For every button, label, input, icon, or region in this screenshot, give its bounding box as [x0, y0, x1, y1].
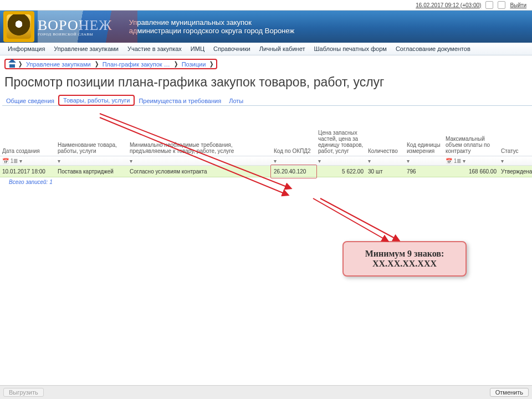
cell-uom: 796: [405, 166, 443, 177]
crumb-2[interactable]: План-график закупок …: [100, 61, 173, 68]
menu-account[interactable]: Личный кабинет: [255, 43, 310, 55]
menu-templates[interactable]: Шаблоны печатных форм: [309, 43, 391, 55]
cell-name: Поставка картриджей: [55, 166, 127, 177]
org-title-line2: администрации городского округа город Во…: [129, 27, 294, 35]
doc-icon[interactable]: [498, 1, 505, 9]
menu-approval[interactable]: Согласование документов: [391, 43, 475, 55]
system-bar: 16.02.2017 09:12 (+03:00) Выйти: [0, 0, 532, 11]
chevron-right-icon: ❭: [209, 60, 215, 68]
cell-qty: 30 шт: [366, 166, 405, 177]
svg-line-3: [320, 198, 399, 241]
filter-date[interactable]: 📅 1≣ ▾: [0, 156, 55, 166]
crumb-3[interactable]: Позиции: [180, 61, 209, 68]
column-header-row: Дата создания Наименование товара, работ…: [0, 128, 532, 156]
city-crest-icon: [3, 11, 34, 42]
col-date[interactable]: Дата создания: [0, 128, 55, 156]
callout-line1: Минимум 9 знаков:: [355, 249, 454, 259]
filter-qty[interactable]: ▾: [366, 156, 405, 166]
tab-lots[interactable]: Лоты: [225, 96, 247, 105]
data-table: Дата создания Наименование товара, работ…: [0, 128, 532, 177]
breadcrumb: ❭ Управление закупками ❭ План-график зак…: [4, 59, 217, 69]
cell-status: Утверждена❯: [499, 166, 532, 177]
filter-code[interactable]: ▾: [272, 156, 316, 166]
table-row[interactable]: 10.01.2017 18:00 Поставка картриджей Сог…: [0, 166, 532, 177]
menu-info[interactable]: Информация: [3, 43, 49, 55]
tabs: Общие сведения Товары, работы, услуги Пр…: [2, 93, 532, 106]
annotation-callout: Минимум 9 знаков: ХХ.ХХ.ХХ.ХХХ: [342, 241, 467, 277]
city-slogan: ГОРОД ВОИНСКОЙ СЛАВЫ: [38, 32, 112, 37]
export-button[interactable]: Выгрузить: [3, 388, 44, 397]
cancel-button[interactable]: Отменить: [490, 388, 529, 397]
menu-imts[interactable]: ИМЦ: [186, 43, 209, 55]
city-name: ВОРОНЕЖ: [38, 17, 112, 34]
chevron-right-icon: ❭: [173, 60, 180, 68]
crumb-1[interactable]: Управление закупками: [24, 61, 94, 68]
records-total: Всего записей: 1: [9, 179, 532, 185]
cell-code: 26.20.40.120: [272, 166, 316, 177]
col-code[interactable]: Код по ОКПД2: [272, 128, 316, 156]
note-icon[interactable]: [485, 1, 493, 9]
bottom-bar: Выгрузить Отменить: [0, 385, 532, 399]
col-req[interactable]: Минимально необходимые требования, предъ…: [127, 128, 272, 156]
tab-goods[interactable]: Товары, работы, услуги: [58, 95, 135, 106]
table-wrap: Дата создания Наименование товара, работ…: [0, 128, 532, 185]
menu-purchases[interactable]: Управление закупками: [49, 43, 123, 55]
filter-row: 📅 1≣ ▾ ▾ ▾ ▾ ▾ ▾ ▾ 📅 1≣ ▾ ▾: [0, 156, 532, 166]
chevron-right-icon: ❭: [18, 60, 24, 68]
org-title-line1: Управление муниципальных закупок: [129, 18, 294, 27]
main-menu: Информация Управление закупками Участие …: [0, 43, 532, 55]
col-name[interactable]: Наименование товара, работы, услуги: [55, 128, 127, 156]
cell-max: 168 660.00: [443, 166, 499, 177]
timestamp[interactable]: 16.02.2017 09:12 (+03:00): [416, 2, 481, 8]
chevron-right-icon: ❭: [94, 60, 100, 68]
col-status[interactable]: Статус: [499, 128, 532, 156]
home-icon[interactable]: [8, 61, 16, 68]
col-price[interactable]: Цена запасных частей, цена за единицу то…: [316, 128, 366, 156]
city-name-block: ВОРОНЕЖ ГОРОД ВОИНСКОЙ СЛАВЫ: [38, 17, 112, 37]
org-title: Управление муниципальных закупок админис…: [129, 18, 294, 35]
filter-name[interactable]: ▾: [55, 156, 127, 166]
col-qty[interactable]: Количество: [366, 128, 405, 156]
page-title: Просмотр позиции плана-графика закупок т…: [4, 75, 532, 90]
cell-date: 10.01.2017 18:00: [0, 166, 55, 177]
col-max[interactable]: Максимальный объем оплаты по контракту: [443, 128, 499, 156]
cell-price: 5 622.00: [316, 166, 366, 177]
cell-req: Согласно условиям контракта: [127, 166, 272, 177]
filter-status[interactable]: ▾: [499, 156, 532, 166]
filter-price[interactable]: ▾: [316, 156, 366, 166]
menu-participate[interactable]: Участие в закупках: [123, 43, 186, 55]
filter-uom[interactable]: ▾: [405, 156, 443, 166]
svg-line-2: [313, 198, 388, 241]
callout-line2: ХХ.ХХ.ХХ.ХХХ: [355, 259, 454, 269]
tab-preferences[interactable]: Преимущества и требования: [135, 96, 225, 105]
tab-general[interactable]: Общие сведения: [2, 96, 58, 105]
filter-max[interactable]: 📅 1≣ ▾: [443, 156, 499, 166]
col-uom[interactable]: Код единицы измерения: [405, 128, 443, 156]
menu-references[interactable]: Справочники: [209, 43, 255, 55]
app-banner: ВОРОНЕЖ ГОРОД ВОИНСКОЙ СЛАВЫ Управление …: [0, 11, 532, 43]
logout-link[interactable]: Выйти: [510, 2, 526, 8]
filter-req[interactable]: ▾: [127, 156, 272, 166]
